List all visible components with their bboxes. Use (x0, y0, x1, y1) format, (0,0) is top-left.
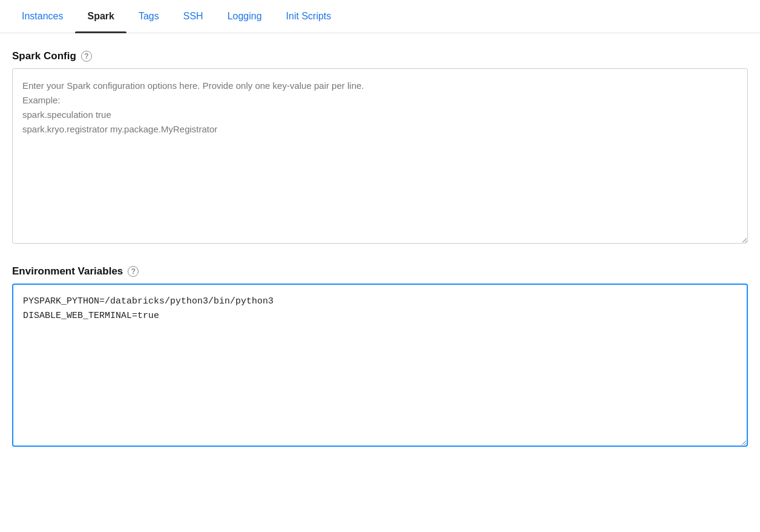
env-vars-help-icon[interactable]: ? (128, 266, 139, 277)
spark-config-help-icon[interactable]: ? (81, 51, 92, 62)
tab-logging[interactable]: Logging (215, 0, 274, 33)
tab-spark[interactable]: Spark (75, 0, 126, 33)
env-vars-section-label: Environment Variables ? (12, 265, 748, 277)
tab-ssh[interactable]: SSH (171, 0, 215, 33)
env-vars-section: Environment Variables ? PYSPARK_PYTHON=/… (12, 265, 748, 449)
env-vars-label: Environment Variables (12, 265, 123, 277)
env-vars-input[interactable]: PYSPARK_PYTHON=/databricks/python3/bin/p… (12, 284, 748, 447)
tab-tags[interactable]: Tags (126, 0, 171, 33)
tab-init-scripts[interactable]: Init Scripts (274, 0, 344, 33)
spark-config-label: Spark Config (12, 50, 76, 62)
tab-instances[interactable]: Instances (10, 0, 75, 33)
tabs-nav: Instances Spark Tags SSH Logging Init Sc… (0, 0, 760, 33)
main-content: Spark Config ? Environment Variables ? P… (0, 33, 760, 461)
spark-config-section-label: Spark Config ? (12, 50, 748, 62)
spark-config-input[interactable] (12, 68, 748, 244)
